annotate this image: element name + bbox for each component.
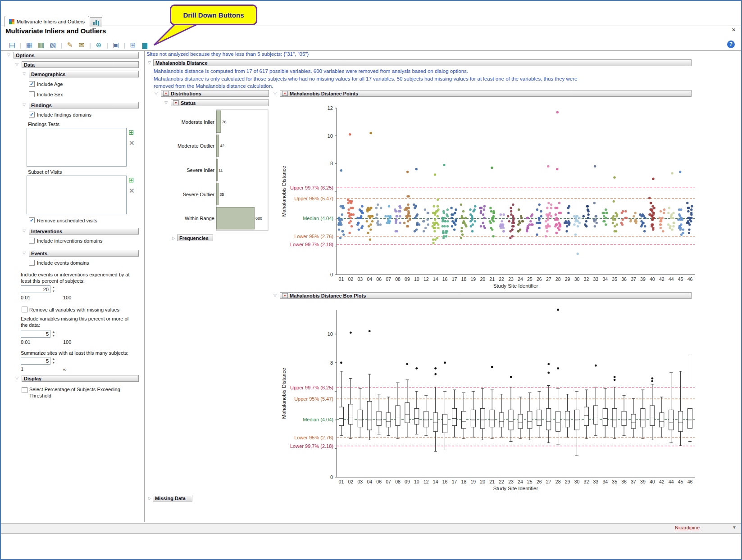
percent-subjects-input[interactable] <box>21 285 50 293</box>
disclosure-open-icon[interactable]: ▽ <box>164 100 168 105</box>
svg-text:25: 25 <box>527 479 533 484</box>
disclosure-open-icon[interactable]: ▽ <box>155 91 158 95</box>
events-header[interactable]: Events <box>29 250 139 257</box>
red-triangle-icon[interactable]: ▼ <box>282 293 288 298</box>
remove-missing-checkbox[interactable] <box>22 307 27 312</box>
include-sex-checkbox[interactable] <box>29 91 35 97</box>
toolbar-separator: | <box>122 42 127 49</box>
report-grid-icon <box>9 19 14 24</box>
disclosure-open-icon[interactable]: ▽ <box>23 103 26 107</box>
mahalanobis-box-plot[interactable]: 0810Upper 99.7% (6.25)Upper 95% (5.47)Me… <box>272 305 698 501</box>
disclosure-open-icon[interactable]: ▽ <box>15 62 18 67</box>
data-table-icon[interactable]: ▧ <box>47 41 59 49</box>
close-icon[interactable]: × <box>732 26 736 33</box>
red-triangle-icon[interactable]: ▼ <box>282 91 288 96</box>
missing-data-header[interactable]: Missing Data <box>153 495 192 501</box>
panel-splitter[interactable] <box>144 51 145 522</box>
select-percentage-checkbox[interactable] <box>22 387 27 393</box>
subset-visits-listbox[interactable] <box>27 176 127 214</box>
frequencies-header[interactable]: Frequencies <box>177 235 213 241</box>
add-tests-button[interactable]: ⊞ <box>128 129 134 135</box>
svg-text:34: 34 <box>602 276 608 282</box>
exclude-min-label: 0.01 <box>21 339 30 345</box>
svg-text:18: 18 <box>461 479 467 484</box>
disclosure-open-icon[interactable]: ▽ <box>23 72 26 76</box>
clear-visits-button[interactable]: ✕ <box>129 187 135 194</box>
box-plots-header[interactable]: ▼ Mahalanobis Distance Box Plots <box>280 292 692 299</box>
journal-icon[interactable]: ▦ <box>23 41 35 49</box>
save-report-icon[interactable]: ▥ <box>35 41 47 49</box>
disclosure-open-icon[interactable]: ▽ <box>23 229 26 233</box>
findings-header[interactable]: Findings <box>29 102 139 108</box>
svg-text:16: 16 <box>442 479 448 484</box>
include-age-checkbox[interactable]: ✓ <box>29 81 35 87</box>
disclosure-open-icon[interactable]: ▽ <box>273 293 277 298</box>
distributions-header[interactable]: ▼ Distributions <box>161 90 269 97</box>
mahalanobis-distance-header[interactable]: Mahalanobis Distance <box>153 59 692 66</box>
status-bar-chart[interactable]: Moderate Inlier76Moderate Outlier42Sever… <box>171 109 269 235</box>
spinner-down-icon[interactable]: ▾ <box>51 334 56 338</box>
include-findings-checkbox[interactable]: ✓ <box>29 112 35 117</box>
findings-tests-listbox[interactable] <box>27 128 127 167</box>
exclude-missing-label: Exclude variables missing this percent o… <box>21 316 134 328</box>
chart-icon[interactable]: ▆ <box>139 41 150 49</box>
display-header[interactable]: Display <box>22 375 139 382</box>
red-triangle-icon[interactable]: ▼ <box>173 100 179 105</box>
svg-text:01: 01 <box>339 276 344 282</box>
report-icon[interactable]: ▤ <box>6 41 18 49</box>
remove-unscheduled-checkbox[interactable]: ✓ <box>29 217 35 223</box>
disclosure-open-icon[interactable]: ▽ <box>148 60 151 65</box>
red-triangle-icon[interactable]: ▼ <box>163 91 169 96</box>
web-report-icon[interactable]: ⊕ <box>93 41 105 49</box>
svg-text:10: 10 <box>328 133 333 139</box>
notes-icon[interactable]: ✉ <box>76 41 87 49</box>
nicardipine-link[interactable]: Nicardipine <box>675 525 700 530</box>
filter-icon[interactable]: ▼ <box>732 525 737 530</box>
svg-text:40: 40 <box>650 276 655 282</box>
summarize-sites-input[interactable] <box>21 357 50 365</box>
options-header[interactable]: Options <box>14 52 139 59</box>
add-visits-button[interactable]: ⊞ <box>128 176 134 183</box>
demographics-header[interactable]: Demographics <box>29 71 139 77</box>
spinner-up-icon[interactable]: ▴ <box>51 357 56 361</box>
window-icon[interactable]: ⊞ <box>127 41 139 49</box>
data-header-label: Data <box>24 62 35 68</box>
svg-text:30: 30 <box>574 479 580 484</box>
callout-text: Drill Down Buttons <box>183 11 244 19</box>
spinner-up-icon[interactable]: ▴ <box>51 285 56 289</box>
svg-text:30: 30 <box>574 276 580 282</box>
svg-text:36: 36 <box>621 276 627 282</box>
tab-multivariate-inliers-outliers[interactable]: Multivariate Inliers and Outliers <box>5 16 89 27</box>
exclude-missing-input[interactable] <box>21 330 50 338</box>
spinner-down-icon[interactable]: ▾ <box>51 361 56 365</box>
help-icon[interactable]: ? <box>727 41 735 48</box>
svg-text:Mahalanobis Distance: Mahalanobis Distance <box>281 368 287 419</box>
data-header[interactable]: Data <box>22 61 139 68</box>
disclosure-open-icon[interactable]: ▽ <box>7 53 10 57</box>
disclosure-closed-icon[interactable]: ▷ <box>172 236 175 240</box>
include-events-checkbox[interactable] <box>29 260 35 266</box>
disclosure-closed-icon[interactable]: ▷ <box>148 496 151 501</box>
spinner-down-icon[interactable]: ▾ <box>51 289 56 293</box>
disclosure-open-icon[interactable]: ▽ <box>273 91 277 95</box>
svg-text:42: 42 <box>659 479 665 484</box>
spinner-up-icon[interactable]: ▴ <box>51 330 56 334</box>
status-header[interactable]: ▼ Status <box>171 99 269 106</box>
svg-text:27: 27 <box>546 276 551 282</box>
tab-report-icon-only[interactable] <box>90 17 102 27</box>
svg-text:Moderate Outlier: Moderate Outlier <box>178 143 214 149</box>
svg-text:23: 23 <box>508 276 514 282</box>
disclosure-open-icon[interactable]: ▽ <box>15 376 18 380</box>
mahalanobis-points-plot[interactable]: 081012Upper 99.7% (6.25)Upper 95% (5.47)… <box>272 104 698 293</box>
selection-icon[interactable]: ▣ <box>110 41 122 49</box>
interventions-header[interactable]: Interventions <box>29 228 139 235</box>
disclosure-open-icon[interactable]: ▽ <box>23 251 26 255</box>
svg-text:25: 25 <box>527 276 533 282</box>
svg-text:21: 21 <box>489 479 495 484</box>
points-header[interactable]: ▼ Mahalanobis Distance Points <box>280 90 692 97</box>
status-header-label: Status <box>181 100 196 106</box>
svg-text:28: 28 <box>555 479 561 484</box>
include-interventions-checkbox[interactable] <box>29 238 35 244</box>
annotate-icon[interactable]: ✎ <box>64 41 76 49</box>
clear-tests-button[interactable]: ✕ <box>129 140 135 146</box>
